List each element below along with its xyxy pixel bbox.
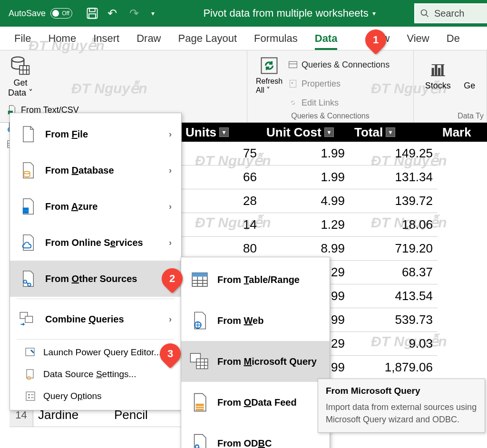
editor-icon	[23, 345, 38, 360]
msquery-icon	[190, 351, 210, 371]
tab-page-layout[interactable]: Page Layout	[178, 28, 237, 49]
cell-total[interactable]: 413.54	[350, 284, 438, 308]
submenu-from-microsoft-query[interactable]: From Microsoft Query	[181, 341, 330, 382]
tab-view[interactable]: View	[407, 28, 429, 49]
group-label-qc: Queries & Connections	[247, 112, 413, 120]
submenu-from-table-range[interactable]: From Table/Range	[181, 259, 330, 300]
col-mark[interactable]: Mark	[442, 125, 471, 140]
tab-developer-partial[interactable]: De	[447, 28, 460, 49]
refresh-all-label: RefreshAll ˅	[256, 77, 282, 95]
svg-rect-55	[196, 359, 208, 369]
tab-data[interactable]: Data	[315, 28, 338, 49]
tooltip: From Microsoft Query Import data from ex…	[318, 379, 485, 433]
table-header: Units▾ Unit Cost▾ Total▾ Mark	[181, 123, 487, 142]
search-box[interactable]: Search	[414, 3, 487, 23]
label: Properties	[302, 79, 341, 89]
filter-icon[interactable]: ▾	[324, 127, 334, 137]
tab-home[interactable]: Home	[48, 28, 76, 49]
menu-from-online-services[interactable]: From Online Services›	[10, 224, 181, 261]
cell-total[interactable]: 68.37	[350, 261, 438, 284]
svg-rect-60	[195, 404, 204, 410]
edit-links-button[interactable]: Edit Links	[286, 94, 391, 111]
svg-rect-27	[441, 65, 443, 76]
group-queries-connections: RefreshAll ˅ Queries & Connections Prope…	[247, 50, 414, 122]
cell-unit-cost[interactable]: 1.29	[262, 213, 350, 237]
get-data-label: GetData ˅	[8, 78, 33, 97]
cell-total[interactable]: 539.73	[350, 308, 438, 332]
autosave-toggle[interactable]: AutoSave Off	[0, 8, 81, 19]
svg-point-5	[12, 57, 24, 62]
cell-units[interactable]: 28	[181, 189, 262, 213]
undo-icon[interactable]: ↶	[107, 7, 121, 20]
queries-connections-button[interactable]: Queries & Connections	[286, 56, 391, 73]
svg-point-45	[29, 397, 30, 399]
svg-rect-22	[290, 80, 296, 88]
tab-formulas[interactable]: Formulas	[254, 28, 298, 49]
menu-query-options[interactable]: Query Options	[10, 385, 181, 407]
cell-total[interactable]: 1,879.06	[350, 356, 438, 380]
menu-from-database[interactable]: From Database›	[10, 152, 181, 188]
toggle-switch[interactable]: Off	[50, 8, 72, 19]
menu-data-source-settings[interactable]: Data Source Settings...	[10, 363, 181, 385]
submenu-from-web[interactable]: From Web	[181, 300, 330, 341]
cell-total[interactable]: 719.20	[350, 237, 438, 261]
pin-number: 3	[167, 348, 173, 360]
col-units[interactable]: Units	[185, 125, 216, 140]
options-icon	[23, 389, 38, 403]
properties-icon	[288, 79, 298, 88]
refresh-all-button[interactable]: RefreshAll ˅	[252, 53, 286, 121]
properties-button[interactable]: Properties	[286, 75, 391, 92]
svg-point-41	[29, 378, 29, 379]
cell-total[interactable]: 9.03	[350, 332, 438, 356]
cell-units[interactable]: 14	[181, 213, 262, 237]
col-total[interactable]: Total	[354, 125, 383, 140]
cell-total[interactable]: 18.06	[350, 213, 438, 237]
cell-total[interactable]: 139.72	[350, 189, 438, 213]
menu-launch-pq-editor[interactable]: Launch Power Query Editor...	[10, 341, 181, 363]
cell-unit-cost[interactable]: 4.99	[262, 189, 350, 213]
group-label-dt: Data Ty	[414, 112, 487, 120]
svg-point-3	[421, 10, 427, 16]
cell-total[interactable]: 131.34	[350, 166, 438, 189]
combine-icon	[19, 310, 37, 329]
group-get-transform: GetData ˅ From Text/CSV From Web From Ta…	[0, 50, 247, 122]
settings-icon	[23, 367, 38, 381]
tab-insert[interactable]: Insert	[93, 28, 119, 49]
autosave-label: AutoSave	[9, 9, 46, 19]
svg-point-43	[29, 394, 30, 396]
cell-units[interactable]: 75	[181, 142, 262, 166]
menu-from-file[interactable]: From File›	[10, 116, 181, 152]
submenu-from-odata-feed[interactable]: From OData Feed	[181, 382, 330, 423]
label: Queries & Connections	[302, 60, 390, 70]
svg-rect-20	[289, 61, 297, 68]
filter-icon[interactable]: ▾	[386, 127, 395, 137]
tab-draw[interactable]: Draw	[136, 28, 161, 49]
menu-combine-queries[interactable]: Combine Queries›	[10, 301, 181, 337]
cell-unit-cost[interactable]: 1.99	[262, 166, 350, 189]
database-icon	[10, 55, 31, 76]
links-icon	[288, 98, 298, 107]
cell-units[interactable]: 66	[181, 166, 262, 189]
menu-from-azure[interactable]: From Azure›	[10, 188, 181, 224]
submenu-from-odbc[interactable]: From ODBC	[181, 423, 330, 448]
svg-rect-31	[23, 211, 26, 214]
cell-total[interactable]: 149.25	[350, 142, 438, 166]
get-data-button[interactable]: GetData ˅	[5, 53, 36, 99]
file-icon	[19, 125, 37, 144]
ribbon-tabs: File Home Insert Draw Page Layout Formul…	[0, 27, 487, 50]
filter-icon[interactable]: ▾	[219, 127, 229, 137]
tooltip-body: Import data from external sources using …	[326, 401, 477, 426]
tab-file[interactable]: File	[14, 28, 31, 49]
save-icon[interactable]	[86, 7, 99, 20]
quick-access-toolbar: ↶ ↷ ▾	[81, 7, 165, 20]
col-unit-cost[interactable]: Unit Cost	[266, 125, 321, 140]
cell-unit-cost[interactable]: 1.99	[262, 142, 350, 166]
svg-rect-30	[26, 208, 29, 211]
redo-icon[interactable]: ↷	[129, 7, 143, 20]
title-dropdown-icon[interactable]: ▾	[372, 10, 376, 17]
chevron-right-icon: ›	[169, 238, 172, 248]
svg-rect-2	[89, 14, 96, 18]
qat-dropdown-icon[interactable]: ▾	[151, 7, 165, 20]
document-title-text: Pivot data from multiple worksheets	[203, 7, 368, 19]
menu-from-other-sources[interactable]: From Other Sources›	[10, 261, 181, 297]
